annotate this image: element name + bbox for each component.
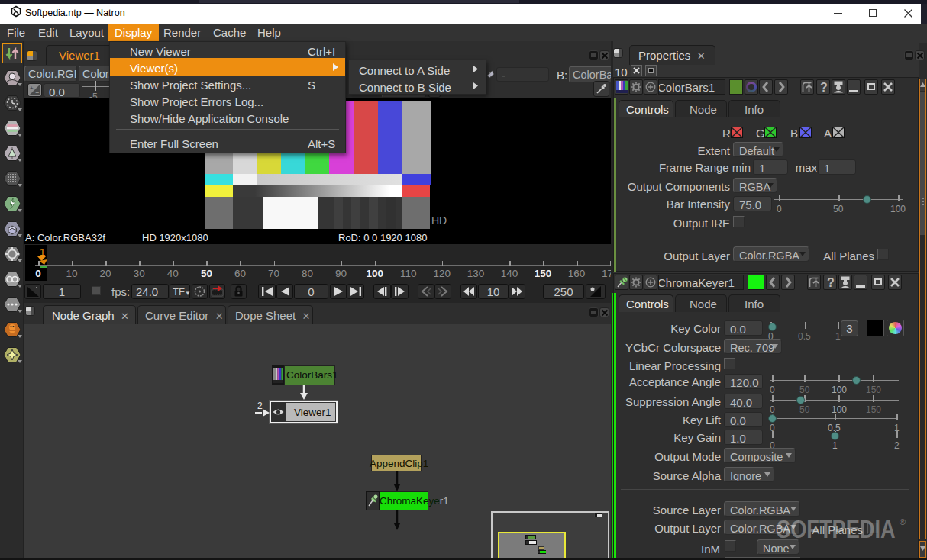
svg-text:+: + xyxy=(30,85,34,92)
svg-text:−: − xyxy=(35,89,39,96)
